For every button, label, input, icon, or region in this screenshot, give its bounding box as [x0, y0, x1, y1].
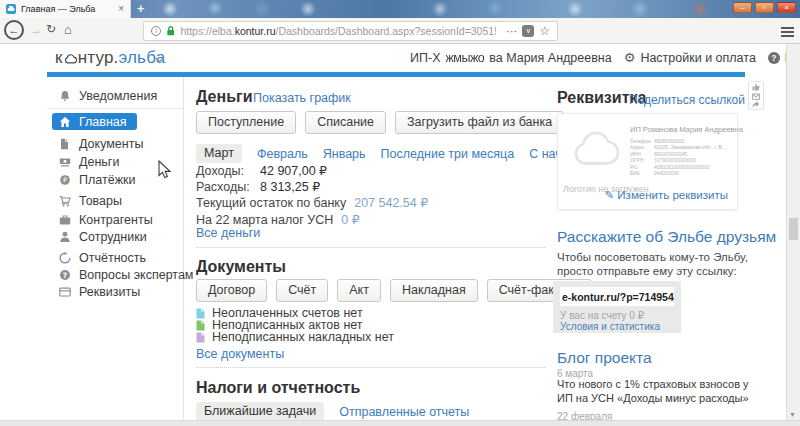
elba-favicon	[6, 4, 16, 14]
tax-due-row: На 22 марта налог УСН 0 ₽	[196, 212, 360, 227]
terms-stats-link[interactable]: Условия и статистика	[560, 321, 660, 332]
tab-close-icon[interactable]: ×	[118, 4, 124, 14]
sidebar-item-experts[interactable]: ? Вопросы экспертам	[58, 267, 193, 283]
person-icon	[58, 231, 71, 243]
bank-balance-value[interactable]: 207 542.54 ₽	[354, 195, 428, 210]
referral-balance: У вас на счету 0 ₽	[560, 310, 644, 321]
elba-logo[interactable]: к нтур. эльба	[55, 48, 165, 68]
divider	[196, 247, 545, 248]
sidebar-item-label: Вопросы экспертам	[79, 268, 193, 282]
tab-upcoming-tasks[interactable]: Ближайшие задачи	[196, 402, 324, 421]
window-maximize-button[interactable]: ▫	[755, 2, 774, 13]
settings-link[interactable]: ⚙Настройки и оплата	[624, 50, 756, 65]
referral-box: У вас на счету 0 ₽ Условия и статистика	[553, 281, 681, 333]
tab-february[interactable]: Февраль	[257, 147, 308, 161]
invoice-doc-icon	[196, 308, 205, 319]
sidebar-item-label: Платёжки	[79, 173, 135, 187]
question-icon: ?	[58, 269, 71, 281]
browser-title-bar: Главная — Эльба × + – ▫ ×	[0, 0, 800, 18]
contract-button[interactable]: Договор	[196, 279, 267, 302]
expense-button[interactable]: Списание	[305, 111, 386, 134]
requisites-details: ИП Романова Мария Андреевна Телефон89080…	[630, 125, 734, 176]
sidebar-item-employees[interactable]: Сотрудники	[58, 229, 147, 245]
edit-requisites-link[interactable]: ✎ Изменить реквизиты	[605, 188, 729, 202]
user-name: ИП-Х	[410, 51, 440, 65]
tab-march[interactable]: Март	[196, 144, 242, 163]
cloud-icon	[64, 54, 77, 64]
referral-link-input[interactable]	[560, 287, 674, 306]
sidebar-item-label: Документы	[79, 137, 143, 151]
tab-january[interactable]: Январь	[323, 147, 366, 161]
sidebar-item-label: Главная	[79, 115, 127, 129]
sidebar-item-label: Реквизиты	[79, 285, 140, 299]
window-minimize-button[interactable]: –	[733, 2, 752, 13]
window-close-button[interactable]: ×	[777, 2, 796, 13]
banknote-icon	[58, 156, 71, 168]
sidebar-item-documents[interactable]: Документы	[58, 136, 143, 152]
chevron-down-icon[interactable]	[155, 57, 164, 63]
all-documents-link[interactable]: Все документы	[196, 347, 284, 361]
pocket-icon[interactable]: ∨	[522, 25, 534, 37]
thumbs-up-icon[interactable]	[752, 83, 760, 91]
waybill-status-row: Неподписанных накладных нет	[196, 330, 394, 344]
scrollbar-thumb[interactable]	[789, 218, 798, 240]
upload-bank-file-button[interactable]: Загрузить файл из банка	[395, 111, 564, 134]
sidebar-item-notifications[interactable]: Уведомления	[58, 88, 157, 104]
url-bar[interactable]: i https://elba.kontur.ru/Dashboards/Dash…	[143, 21, 558, 41]
requisites-card: Логотип не загружен ИП Романова Мария Ан…	[557, 113, 738, 210]
waybill-status-text: Неподписанных накладных нет	[212, 330, 394, 344]
income-button[interactable]: Поступление	[196, 111, 296, 134]
card-owner-name: ИП Романова Мария Андреевна	[630, 125, 734, 134]
url-scheme: https://	[180, 25, 212, 37]
tax-due-value[interactable]: 0 ₽	[341, 212, 359, 227]
coin-icon: ₽	[58, 174, 71, 186]
invoice-button[interactable]: Счёт	[276, 279, 328, 302]
sidebar-item-main[interactable]: Главная	[52, 113, 137, 130]
browser-tab[interactable]: Главная — Эльба ×	[0, 0, 131, 18]
sidebar-item-payments[interactable]: ₽ Платёжки	[58, 172, 135, 188]
new-tab-button[interactable]: +	[137, 1, 145, 16]
home-button[interactable]: ⌂	[64, 22, 72, 37]
show-chart-link[interactable]: Показать график	[253, 91, 351, 105]
money-period-tabs: Март Февраль Январь Последние три месяца…	[196, 144, 612, 163]
share-icon[interactable]	[752, 101, 760, 108]
page-actions-icon[interactable]: ⋯	[506, 25, 517, 38]
tab-last-three-months[interactable]: Последние три месяца	[381, 147, 515, 161]
card-icon	[58, 286, 71, 298]
forward-button[interactable]: →	[30, 23, 42, 37]
help-icon: ?	[768, 52, 780, 64]
logo-text: нтур.	[78, 48, 119, 68]
waybill-button[interactable]: Накладная	[390, 279, 478, 302]
document-icon	[58, 138, 71, 150]
reload-button[interactable]: ↻	[46, 22, 56, 36]
tab-sent-reports[interactable]: Отправленные отчеты	[339, 405, 469, 419]
share-link[interactable]: Поделиться ссылкой	[557, 93, 745, 107]
sidebar-item-requisites[interactable]: Реквизиты	[58, 284, 140, 300]
page-info-icon[interactable]: i	[151, 26, 161, 36]
tab-title: Главная — Эльба	[21, 4, 113, 14]
sidebar-item-label: Уведомления	[79, 89, 157, 103]
briefcase-icon	[58, 214, 71, 226]
user-menu[interactable]: ИП-Хжмыжова Мария Андреевна	[410, 51, 612, 65]
blog-post-title[interactable]: Что нового с 1% страховых взносов у ИП н…	[557, 378, 749, 405]
act-button[interactable]: Акт	[337, 279, 381, 302]
sidebar-item-money[interactable]: Деньги	[58, 154, 119, 170]
sidebar-item-contractors[interactable]: Контрагенты	[58, 212, 153, 228]
expense-row: Расходы: 8 313,25 ₽	[196, 179, 320, 194]
referral-heading: Расскажите об Эльбе друзьям	[557, 228, 776, 246]
taxes-tabs: Ближайшие задачи Отправленные отчеты	[196, 402, 469, 421]
logo-cloud-placeholder-icon	[569, 130, 621, 168]
feedback-widget	[748, 81, 764, 110]
browser-menu-icon[interactable]	[781, 25, 794, 39]
money-heading: Деньги	[196, 88, 253, 106]
mail-icon[interactable]	[752, 93, 760, 100]
header-right-nav: ИП-Хжмыжова Мария Андреевна ⚙Настройки и…	[410, 50, 800, 65]
all-money-link[interactable]: Все деньги	[196, 226, 260, 240]
back-button[interactable]: ←	[4, 20, 24, 40]
scrollbar-down-arrow-icon[interactable]: ▼	[789, 411, 796, 418]
divider	[47, 108, 183, 109]
sidebar-item-reports[interactable]: Отчётность	[58, 250, 146, 266]
url-domain: kontur.ru	[235, 25, 276, 37]
bookmark-star-icon[interactable]: ☆	[539, 24, 550, 38]
sidebar-item-goods[interactable]: Товары	[58, 193, 122, 209]
